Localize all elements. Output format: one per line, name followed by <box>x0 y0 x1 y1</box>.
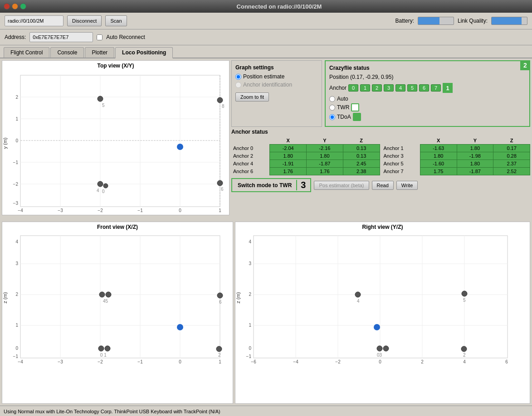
auto-mode-label: Auto <box>337 96 348 102</box>
cf-status-title: Crazyflie status <box>329 65 526 71</box>
tab-plotter[interactable]: Plotter <box>85 47 114 58</box>
disconnect-button[interactable]: Disconnect <box>67 15 102 26</box>
anchor-btn-7[interactable]: 7 <box>431 84 441 92</box>
svg-text:−2: −2 <box>13 182 19 187</box>
svg-text:0: 0 <box>379 359 381 364</box>
top-view-panel: Top view (X/Y) 2 <box>0 58 231 222</box>
svg-text:03: 03 <box>377 353 382 358</box>
svg-point-57 <box>98 346 104 351</box>
lower-section: Front view (X/Z) 4 3 2 1 0 <box>0 222 532 406</box>
svg-text:4: 4 <box>15 239 18 244</box>
anchor-btn-1[interactable]: 1 <box>360 84 370 92</box>
tab-console[interactable]: Console <box>50 47 84 58</box>
anchor-dot-4 <box>98 181 103 187</box>
anchor-btn-5[interactable]: 5 <box>407 84 417 92</box>
anchor-row-5: Anchor 5 -1.60 1.80 2.37 <box>382 160 530 168</box>
tab-flight-control[interactable]: Flight Control <box>4 47 49 58</box>
svg-text:−1: −1 <box>137 208 143 213</box>
auto-reconnect-label[interactable]: Auto Reconnect <box>97 34 145 40</box>
pos-estimator-button[interactable]: Pos estimator (beta) <box>314 181 369 190</box>
anchor-identification-radio[interactable] <box>235 82 241 88</box>
col-z-left: Z <box>343 137 380 145</box>
col-name-left <box>231 137 270 145</box>
col-y-right: Y <box>457 137 493 145</box>
connection-input[interactable] <box>5 15 63 26</box>
tdoa-mode-label: TDoA <box>337 114 351 120</box>
svg-point-91 <box>377 346 382 351</box>
position-estimate-label: Position estimate <box>243 73 284 80</box>
svg-point-92 <box>383 346 389 351</box>
twr-mode-radio[interactable] <box>329 105 335 111</box>
auto-mode-radio[interactable] <box>329 96 335 102</box>
svg-text:3: 3 <box>15 261 18 266</box>
auto-mode-row: Auto <box>329 96 526 102</box>
auto-reconnect-checkbox[interactable] <box>97 34 102 40</box>
status-text: Using Normal mux with Lite-On Technology… <box>4 409 220 414</box>
switch-mode-button[interactable]: Switch mode to TWR <box>233 180 296 190</box>
position-estimate-option[interactable]: Position estimate <box>235 73 318 80</box>
svg-text:−4: −4 <box>18 359 23 364</box>
position-estimate-radio[interactable] <box>235 74 241 80</box>
svg-text:0: 0 <box>179 359 181 364</box>
svg-text:1: 1 <box>15 323 18 328</box>
col-z-right: Z <box>493 137 530 145</box>
svg-text:−1: −1 <box>13 160 19 165</box>
svg-text:−2: −2 <box>98 208 103 213</box>
read-button[interactable]: Read <box>372 181 394 190</box>
badge-3: 3 <box>296 180 309 190</box>
svg-text:1: 1 <box>219 359 221 364</box>
svg-point-53 <box>106 292 111 297</box>
upper-section: Top view (X/Y) 2 <box>0 58 532 222</box>
battery-label: Battery: <box>395 18 414 24</box>
anchor-btn-0[interactable]: 0 <box>348 84 358 92</box>
graph-settings-title: Graph settings <box>235 64 318 71</box>
svg-text:0: 0 <box>179 208 181 213</box>
svg-point-55 <box>217 293 223 298</box>
anchor-btn-2[interactable]: 2 <box>372 84 382 92</box>
close-button[interactable] <box>4 3 10 10</box>
twr-indicator <box>351 103 359 111</box>
minimize-button[interactable] <box>12 3 18 10</box>
svg-text:y (m): y (m) <box>2 137 8 149</box>
anchor-row-0: Anchor 0 -2.04 -2.16 0.13 <box>231 145 380 152</box>
title-bar: Connected on radio://0/100/2M <box>0 0 532 13</box>
right-view-panel: Right view (Y/Z) 4 3 2 1 <box>235 222 530 404</box>
front-view-svg: 4 3 2 1 0 −1 −4 −3 −2 −1 0 1 x (m) z (m) <box>2 232 225 368</box>
right-view-graph: Right view (Y/Z) 4 3 2 1 <box>235 222 530 404</box>
svg-text:45: 45 <box>103 299 108 304</box>
svg-text:1: 1 <box>249 323 251 328</box>
zoom-to-fit-button[interactable]: Zoom to fit <box>235 92 269 102</box>
col-y-left: Y <box>307 137 343 145</box>
col-x-left: X <box>270 137 307 145</box>
anchor-btn-6[interactable]: 6 <box>419 84 429 92</box>
anchor-btn-3[interactable]: 3 <box>384 84 394 92</box>
anchor-btn-4[interactable]: 4 <box>395 84 405 92</box>
tab-bar: Flight Control Console Plotter Loco Posi… <box>0 45 532 58</box>
window-controls[interactable] <box>4 3 26 10</box>
anchor-left-table: X Y Z Anchor 0 -2.04 -2.16 0 <box>231 137 380 175</box>
cf-position: Position (0.17, -0.29, 0.95) <box>329 74 526 80</box>
anchor-row-1: Anchor 1 -1.63 1.80 0.17 <box>382 145 530 152</box>
svg-text:4: 4 <box>97 188 99 193</box>
anchor-buttons-row: Anchor 0 1 2 3 4 5 6 7 1 <box>329 83 526 93</box>
anchor-row-3: Anchor 3 1.80 -1.98 0.28 <box>382 152 530 160</box>
scan-button[interactable]: Scan <box>105 15 127 26</box>
svg-text:8: 8 <box>222 104 225 109</box>
svg-text:4: 4 <box>249 239 251 244</box>
svg-text:1: 1 <box>219 208 221 213</box>
anchor-identification-option[interactable]: Anchor identification <box>235 82 318 88</box>
window-title: Connected on radio://0/100/2M <box>30 3 528 10</box>
badge-2: 2 <box>523 62 527 69</box>
right-settings-panel: Graph settings Position estimate Anchor … <box>231 58 532 222</box>
right-view-title: Right view (Y/Z) <box>235 222 530 232</box>
front-view-graph: Front view (X/Z) 4 3 2 1 0 <box>2 222 233 404</box>
svg-text:0: 0 <box>15 138 18 143</box>
svg-text:6: 6 <box>221 187 224 192</box>
maximize-button[interactable] <box>20 3 26 10</box>
svg-text:0: 0 <box>15 346 18 351</box>
address-input[interactable] <box>29 32 93 42</box>
write-button[interactable]: Write <box>396 181 418 190</box>
tab-loco-positioning[interactable]: Loco Positioning <box>115 47 173 58</box>
svg-point-96 <box>374 324 380 330</box>
tdoa-mode-radio[interactable] <box>329 114 335 120</box>
